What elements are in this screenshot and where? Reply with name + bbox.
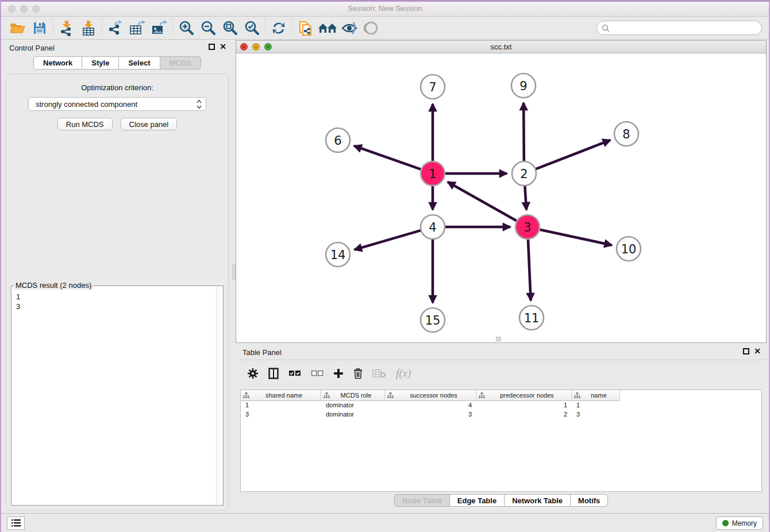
table-cell[interactable]: dominator	[321, 401, 385, 410]
open-session-button[interactable]	[7, 19, 29, 37]
column-header-MCDS-role[interactable]: MCDS role	[321, 390, 385, 401]
zoom-in-icon	[178, 20, 194, 36]
toggle-bird-eye-button[interactable]	[360, 19, 382, 37]
table-panel: Table Panel ✕	[236, 345, 767, 512]
network-window-titlebar[interactable]: × − + scc.txt	[236, 41, 766, 53]
graph-node-15[interactable]: 15	[421, 308, 445, 332]
zoom-out-button[interactable]	[197, 19, 219, 37]
import-table-icon	[81, 20, 96, 36]
session-title: Session: New Session	[1, 4, 769, 13]
horizontal-scrollbar-thumb[interactable]	[496, 337, 501, 341]
tab-motifs[interactable]: Motifs	[571, 494, 608, 507]
graph-node-8[interactable]: 8	[614, 122, 638, 146]
graph-edge-2-3[interactable]	[525, 186, 526, 210]
dropdown-stepper-icon	[197, 99, 202, 109]
graph-node-14[interactable]: 14	[326, 242, 350, 267]
select-all-icon	[288, 369, 301, 377]
graph-node-3[interactable]: 3	[515, 215, 540, 239]
graph-edge-2-8[interactable]	[536, 140, 611, 169]
close-table-panel-icon[interactable]: ✕	[754, 348, 761, 354]
column-header-shared-name[interactable]: shared name	[241, 390, 321, 401]
zoom-fit-button[interactable]	[219, 19, 241, 37]
task-history-button[interactable]	[7, 516, 25, 530]
tab-mcds[interactable]: MCDS	[160, 56, 201, 70]
export-network-button[interactable]	[105, 19, 126, 37]
table-cell[interactable]: 1	[476, 401, 572, 410]
criterion-dropdown[interactable]: strongly connected component	[28, 97, 206, 111]
add-column-button[interactable]	[333, 367, 344, 380]
tab-network-table[interactable]: Network Table	[505, 494, 571, 507]
tree-hierarchy-icon	[243, 392, 249, 398]
import-table-button[interactable]	[78, 19, 99, 37]
save-session-button[interactable]	[29, 19, 51, 37]
result-scrollbar[interactable]	[216, 287, 222, 504]
refresh-view-button[interactable]	[268, 19, 290, 37]
zoom-selected-button[interactable]	[241, 19, 263, 37]
table-cell[interactable]: 1	[241, 401, 321, 410]
graph-node-2[interactable]: 2	[512, 161, 536, 186]
show-columns-button[interactable]	[268, 367, 279, 380]
graph-node-1[interactable]: 1	[421, 161, 445, 186]
show-graphics-details-button[interactable]	[338, 19, 360, 37]
export-network-icon	[107, 20, 124, 36]
tab-edge-table[interactable]: Edge Table	[450, 494, 505, 507]
select-all-rows-button[interactable]	[288, 367, 301, 380]
zoom-in-button[interactable]	[175, 19, 197, 37]
table-cell[interactable]: 1	[572, 401, 620, 410]
search-field[interactable]	[596, 21, 762, 35]
table-row[interactable]: 3dominator323	[241, 410, 761, 419]
network-canvas[interactable]: 7968124314101511	[236, 53, 766, 342]
tab-network[interactable]: Network	[33, 56, 82, 70]
close-panel-icon[interactable]: ✕	[220, 44, 226, 50]
table-row[interactable]: 1dominator411	[241, 401, 761, 410]
import-network-button[interactable]	[56, 19, 78, 37]
column-header-name[interactable]: name	[572, 390, 620, 401]
delete-column-button[interactable]	[353, 367, 363, 380]
graph-edge-1-6[interactable]	[354, 146, 421, 169]
run-mcds-button[interactable]: Run MCDS	[57, 118, 113, 130]
table-cell[interactable]: 4	[385, 401, 476, 410]
zoom-fit-icon	[222, 20, 238, 36]
float-table-panel-icon[interactable]	[743, 348, 749, 354]
tab-node-table[interactable]: Node Table	[394, 494, 450, 507]
svg-text:4: 4	[429, 221, 436, 234]
export-table-button[interactable]	[126, 19, 148, 37]
table-cell[interactable]: 3	[572, 410, 620, 419]
float-panel-icon[interactable]	[209, 44, 215, 50]
clone-network-button[interactable]	[295, 19, 317, 37]
first-neighbors-button[interactable]	[317, 19, 338, 37]
panel-splitter-handle[interactable]	[232, 265, 236, 280]
network-graph[interactable]: 7968124314101511	[236, 53, 768, 342]
export-image-button[interactable]	[148, 19, 170, 37]
graph-edge-3-1[interactable]	[448, 182, 517, 221]
graph-edge-3-11[interactable]	[528, 240, 531, 300]
table-settings-button[interactable]	[247, 367, 259, 380]
save-icon	[33, 21, 47, 35]
node-table[interactable]: shared nameMCDS rolesuccessor nodesprede…	[240, 390, 762, 492]
graph-node-4[interactable]: 4	[421, 215, 445, 239]
column-header-successor-nodes[interactable]: successor nodes	[385, 390, 476, 401]
graph-edge-2-9[interactable]	[523, 103, 524, 161]
mcds-result-list[interactable]: 13	[11, 286, 223, 505]
graph-edge-4-14[interactable]	[355, 230, 421, 249]
close-panel-button[interactable]: Close panel	[121, 118, 178, 130]
graph-node-6[interactable]: 6	[326, 128, 350, 152]
memory-button[interactable]: Memory	[716, 516, 763, 530]
table-cell[interactable]: 3	[385, 410, 476, 419]
table-cell[interactable]: dominator	[321, 410, 385, 419]
deselect-all-rows-button[interactable]	[311, 367, 324, 380]
delete-table-button[interactable]	[372, 367, 386, 380]
apply-function-button[interactable]: f(x)	[396, 367, 411, 380]
graph-node-11[interactable]: 11	[519, 306, 544, 330]
tab-select[interactable]: Select	[119, 56, 160, 70]
graph-node-9[interactable]: 9	[511, 74, 536, 98]
graph-node-10[interactable]: 10	[617, 237, 641, 261]
graph-edge-3-10[interactable]	[540, 230, 612, 245]
home-icon	[318, 21, 337, 35]
column-header-predecessor-nodes[interactable]: predecessor nodes	[476, 390, 572, 401]
graph-node-7[interactable]: 7	[421, 75, 445, 99]
table-cell[interactable]: 2	[476, 410, 572, 419]
search-input[interactable]	[610, 24, 761, 32]
table-cell[interactable]: 3	[241, 410, 321, 419]
tab-style[interactable]: Style	[82, 56, 119, 70]
